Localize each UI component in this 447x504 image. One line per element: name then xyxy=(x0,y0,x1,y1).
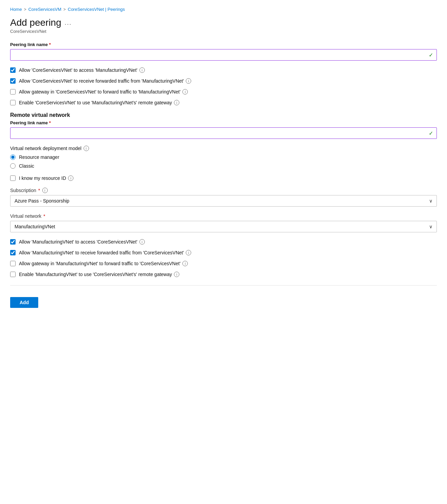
breadcrumb-home[interactable]: Home xyxy=(10,7,22,12)
radio-row-resource-manager: Resource manager xyxy=(10,154,437,160)
local-peering-link-label: Peering link name * xyxy=(10,42,437,47)
remote-checkbox-row-4: Enable 'ManufacturingVNet' to use 'CoreS… xyxy=(10,272,437,277)
local-peering-link-group: Peering link name * CoreServicesVnet-to-… xyxy=(10,42,437,61)
remote-checkboxes-group: Allow 'ManufacturingVNet' to access 'Cor… xyxy=(10,239,437,277)
remote-checkbox-row-3: Allow gateway in 'ManufacturingVNet' to … xyxy=(10,261,437,266)
remote-checkbox-2[interactable] xyxy=(10,250,16,255)
remote-cb6-info-icon[interactable]: i xyxy=(186,250,191,255)
subscription-label: Subscription * i xyxy=(10,188,437,193)
remote-peering-link-group: Peering link name * ManufacturingVnet-to… xyxy=(10,120,437,139)
local-checkbox-3[interactable] xyxy=(10,89,16,94)
local-checkbox-1-label[interactable]: Allow 'CoreServicesVNet' to access 'Manu… xyxy=(19,67,145,73)
virtual-network-group: Virtual network * ManufacturingVNet ∨ xyxy=(10,213,437,232)
required-star-remote: * xyxy=(49,120,51,125)
resource-id-info-icon[interactable]: i xyxy=(68,175,73,181)
breadcrumb: Home > CoreServicesVM > CoreServicesVNet… xyxy=(10,7,437,12)
deployment-model-group: Virtual network deployment model i Resou… xyxy=(10,146,437,169)
page-subtitle: CoreServicesVNet xyxy=(10,29,437,34)
radio-resource-manager[interactable] xyxy=(10,154,16,160)
breadcrumb-coreservicesvm[interactable]: CoreServicesVM xyxy=(28,7,62,12)
local-cb3-info-icon[interactable]: i xyxy=(182,89,188,94)
radio-classic[interactable] xyxy=(10,163,16,169)
deployment-model-header: Virtual network deployment model i xyxy=(10,146,437,151)
radio-row-classic: Classic xyxy=(10,163,437,169)
virtual-network-value: ManufacturingVNet xyxy=(15,224,55,229)
virtual-network-select[interactable]: ManufacturingVNet ∨ xyxy=(10,221,437,232)
required-star-vnet: * xyxy=(43,213,45,219)
local-cb4-info-icon[interactable]: i xyxy=(174,100,179,105)
local-peering-link-input[interactable]: CoreServicesVnet-to-ManufacturingVnet xyxy=(14,49,429,60)
local-checkbox-2[interactable] xyxy=(10,78,16,84)
remote-checkbox-row-2: Allow 'ManufacturingVNet' to receive for… xyxy=(10,250,437,255)
footer: Add xyxy=(10,294,437,308)
remote-section: Remote virtual network Peering link name… xyxy=(10,112,437,277)
remote-peering-link-label: Peering link name * xyxy=(10,120,437,125)
breadcrumb-sep-1: > xyxy=(24,7,26,12)
local-checkbox-1[interactable] xyxy=(10,67,16,73)
radio-resource-manager-label[interactable]: Resource manager xyxy=(19,154,59,160)
local-checkbox-4[interactable] xyxy=(10,100,16,105)
subscription-select[interactable]: Azure Pass - Sponsorship ∨ xyxy=(10,195,437,207)
remote-checkbox-1-label[interactable]: Allow 'ManufacturingVNet' to access 'Cor… xyxy=(19,239,145,245)
remote-peering-link-input[interactable]: ManufacturingVnet-to-CoreServicesVnet xyxy=(14,128,429,139)
page-title-container: Add peering ... xyxy=(10,17,437,28)
remote-checkbox-row-1: Allow 'ManufacturingVNet' to access 'Cor… xyxy=(10,239,437,245)
remote-cb8-info-icon[interactable]: i xyxy=(174,272,179,277)
page-title-ellipsis: ... xyxy=(65,19,72,26)
resource-id-group: I know my resource ID i xyxy=(10,175,437,181)
local-checkbox-row-1: Allow 'CoreServicesVNet' to access 'Manu… xyxy=(10,67,437,73)
local-peering-link-input-wrapper: CoreServicesVnet-to-ManufacturingVnet ✓ xyxy=(10,49,437,61)
breadcrumb-sep-2: > xyxy=(63,7,66,12)
required-star-subscription: * xyxy=(38,188,40,193)
remote-section-heading: Remote virtual network xyxy=(10,112,437,118)
local-checkbox-row-3: Allow gateway in 'CoreServicesVNet' to f… xyxy=(10,89,437,94)
remote-peering-check-icon: ✓ xyxy=(429,130,433,136)
remote-cb5-info-icon[interactable]: i xyxy=(139,239,145,245)
resource-id-checkbox[interactable] xyxy=(10,175,16,181)
local-cb1-info-icon[interactable]: i xyxy=(139,67,145,73)
remote-checkbox-1[interactable] xyxy=(10,239,16,245)
remote-checkbox-2-label[interactable]: Allow 'ManufacturingVNet' to receive for… xyxy=(19,250,191,255)
local-checkboxes-group: Allow 'CoreServicesVNet' to access 'Manu… xyxy=(10,67,437,105)
deployment-model-info-icon[interactable]: i xyxy=(84,146,89,151)
resource-id-checkbox-label[interactable]: I know my resource ID i xyxy=(19,175,73,181)
local-checkbox-row-4: Enable 'CoreServicesVNet' to use 'Manufa… xyxy=(10,100,437,105)
local-checkbox-2-label[interactable]: Allow 'CoreServicesVNet' to receive forw… xyxy=(19,78,191,84)
page-title: Add peering xyxy=(10,17,61,28)
remote-checkbox-3[interactable] xyxy=(10,261,16,266)
subscription-info-icon[interactable]: i xyxy=(42,188,48,193)
required-star-local: * xyxy=(49,42,51,47)
local-peering-check-icon: ✓ xyxy=(429,52,433,58)
add-button[interactable]: Add xyxy=(10,297,38,308)
remote-checkbox-3-label[interactable]: Allow gateway in 'ManufacturingVNet' to … xyxy=(19,261,188,266)
local-checkbox-4-label[interactable]: Enable 'CoreServicesVNet' to use 'Manufa… xyxy=(19,100,179,105)
remote-checkbox-4-label[interactable]: Enable 'ManufacturingVNet' to use 'CoreS… xyxy=(19,272,179,277)
subscription-group: Subscription * i Azure Pass - Sponsorshi… xyxy=(10,188,437,207)
radio-classic-label[interactable]: Classic xyxy=(19,163,34,169)
remote-peering-link-input-wrapper: ManufacturingVnet-to-CoreServicesVnet ✓ xyxy=(10,127,437,139)
local-checkbox-row-2: Allow 'CoreServicesVNet' to receive forw… xyxy=(10,78,437,84)
breadcrumb-peerings[interactable]: CoreServicesVNet | Peerings xyxy=(68,7,125,12)
local-checkbox-3-label[interactable]: Allow gateway in 'CoreServicesVNet' to f… xyxy=(19,89,188,94)
subscription-value: Azure Pass - Sponsorship xyxy=(15,198,69,204)
resource-id-checkbox-row: I know my resource ID i xyxy=(10,175,437,181)
remote-checkbox-4[interactable] xyxy=(10,272,16,277)
local-cb2-info-icon[interactable]: i xyxy=(186,78,191,84)
remote-cb7-info-icon[interactable]: i xyxy=(182,261,188,266)
subscription-chevron-icon: ∨ xyxy=(429,198,432,204)
footer-divider xyxy=(10,285,437,286)
virtual-network-chevron-icon: ∨ xyxy=(429,224,432,229)
virtual-network-label: Virtual network * xyxy=(10,213,437,219)
